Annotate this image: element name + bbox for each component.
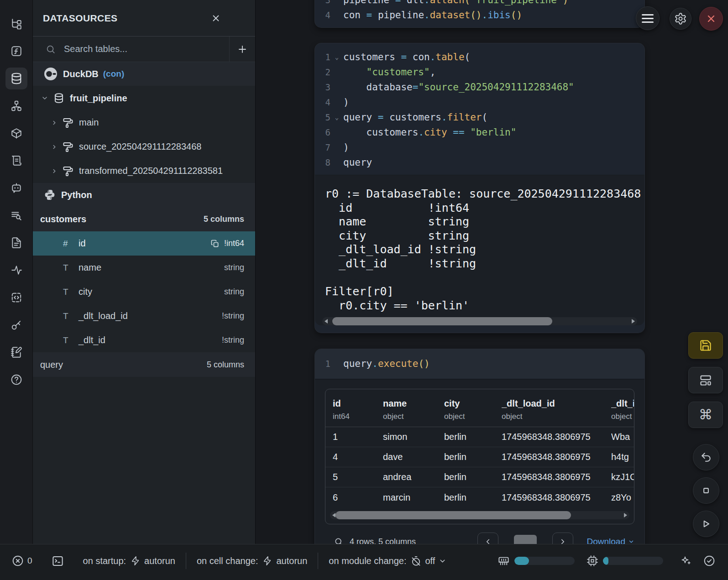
code-line[interactable]: 2 "customers", (315, 65, 644, 80)
code-token: ( (465, 52, 471, 63)
scratchpad-icon[interactable] (5, 150, 27, 172)
table-cell: berlin (444, 472, 502, 482)
code-line[interactable]: 4) (315, 95, 644, 110)
column-header[interactable]: _dlt_idobject (611, 398, 634, 421)
horizontal-scrollbar[interactable] (322, 317, 637, 325)
connection-status[interactable] (703, 555, 715, 567)
tree-item-schema-transformed[interactable]: transformed_202504291112283581 (33, 159, 255, 183)
run-button[interactable] (693, 511, 719, 537)
code-token: con (343, 10, 367, 21)
code-line[interactable]: 6 customers.city == "berlin" (315, 125, 644, 140)
fold-chevron-icon[interactable]: ⌄ (330, 110, 343, 125)
column-row-dlt-id[interactable]: T _dlt_id !string (33, 328, 255, 352)
code-cell-query[interactable]: 1⌄customers = con.table(2 "customers",3 … (315, 43, 644, 333)
notebook-pen-icon[interactable] (5, 341, 27, 363)
column-row-name[interactable]: T name string (33, 256, 255, 280)
code-line[interactable]: 5⌄query = customers.filter( (315, 110, 644, 125)
scroll-left-arrow-icon[interactable] (332, 513, 335, 517)
command-palette-button[interactable]: ⌘ (688, 402, 723, 428)
chat-bot-icon[interactable] (5, 177, 27, 199)
schema-icon (63, 141, 73, 152)
horizontal-scrollbar[interactable] (330, 511, 629, 519)
code-cell-connection[interactable]: 3pipeline = dlt.attach("fruit_pipeline")… (315, 0, 644, 27)
column-row-dlt-load-id[interactable]: T _dlt_load_id !string (33, 304, 255, 328)
text-type-icon: T (63, 311, 76, 321)
chevron-down-icon[interactable] (41, 94, 48, 102)
scroll-right-arrow-icon[interactable] (624, 513, 627, 517)
search-input[interactable]: Search tables... (33, 37, 229, 62)
terminal-button[interactable] (52, 555, 64, 567)
code-cell-execute[interactable]: 1query.execute() idint64nameobjectcityob… (315, 349, 644, 577)
code-token: () (511, 10, 522, 21)
code-text: query = customers.filter( (343, 110, 487, 125)
on-startup-setting[interactable]: on startup: autorun (83, 556, 175, 566)
on-cell-change-setting[interactable]: on cell change: autorun (197, 556, 307, 566)
dependency-graph-icon[interactable] (5, 95, 27, 117)
column-header[interactable]: cityobject (444, 398, 502, 421)
add-datasource-button[interactable] (229, 37, 255, 62)
scroll-left-arrow-icon[interactable] (325, 319, 328, 324)
scrollbar-thumb[interactable] (332, 317, 552, 325)
table-row[interactable]: 4daveberlin1745968348.3806975h4tg (325, 447, 634, 467)
help-icon[interactable] (5, 369, 27, 391)
snippets-icon[interactable] (5, 287, 27, 308)
scroll-right-arrow-icon[interactable] (632, 319, 635, 324)
tree-item-database[interactable]: fruit_pipeline (33, 86, 255, 110)
tracing-icon[interactable] (5, 259, 27, 281)
code-editor[interactable]: 1query.execute() (315, 349, 644, 379)
code-token: customers (343, 52, 401, 63)
code-editor[interactable]: 3pipeline = dlt.attach("fruit_pipeline")… (315, 0, 644, 27)
settings-button[interactable] (670, 8, 691, 30)
secrets-key-icon[interactable] (5, 314, 27, 336)
ai-assist-button[interactable] (680, 555, 691, 567)
on-module-change-setting[interactable]: on module change: off (329, 556, 446, 566)
code-line[interactable]: 4con = pipeline.dataset().ibis() (315, 8, 644, 23)
memory-usage[interactable] (498, 555, 575, 567)
fold-chevron-icon[interactable]: ⌄ (330, 50, 343, 65)
column-header[interactable]: nameobject (383, 398, 444, 421)
tree-item-schema-source[interactable]: source_202504291112283468 (33, 135, 255, 159)
datasources-icon[interactable] (5, 68, 27, 89)
line-number: 2 (321, 65, 330, 80)
code-line[interactable]: 1query.execute() (315, 356, 644, 371)
code-line[interactable]: 3 database="source_202504291112283468" (315, 80, 644, 95)
table-row[interactable]: 1simonberlin1745968348.3806975Wba (325, 427, 634, 447)
cpu-usage[interactable] (587, 555, 663, 567)
tree-item-schema-main[interactable]: main (33, 110, 255, 135)
file-tree-icon[interactable] (5, 13, 27, 35)
close-panel-icon[interactable] (211, 13, 221, 23)
code-text: ) (343, 140, 349, 155)
table-row[interactable]: 5andreaberlin1745968348.3806975kzJ1C (325, 467, 634, 487)
code-line[interactable]: 1⌄customers = con.table( (315, 50, 644, 65)
number-type-icon: # (63, 239, 76, 249)
code-line[interactable]: 3pipeline = dlt.attach("fruit_pipeline") (315, 0, 644, 8)
errors-indicator[interactable]: 0 (12, 555, 32, 567)
code-line[interactable]: 8query (315, 155, 644, 170)
copy-icon[interactable] (210, 239, 220, 248)
chevron-right-icon[interactable] (51, 120, 58, 126)
section-python[interactable]: Python (33, 183, 255, 207)
stop-button[interactable] (693, 477, 719, 504)
column-row-id[interactable]: # id !int64 (33, 231, 255, 256)
table-row[interactable]: 6marcinberlin1745968348.3806975z8Yo (325, 487, 634, 507)
function-square-icon[interactable] (5, 40, 27, 62)
save-button[interactable] (688, 332, 723, 359)
table-header-customers[interactable]: customers 5 columns (33, 207, 255, 231)
scrollbar-thumb[interactable] (335, 511, 571, 519)
column-row-city[interactable]: T city string (33, 280, 255, 304)
shutdown-button[interactable] (699, 7, 723, 31)
column-header[interactable]: _dlt_load_idobject (502, 398, 611, 421)
notebook-menu-button[interactable] (636, 6, 660, 30)
column-header[interactable]: idint64 (333, 398, 383, 421)
code-editor[interactable]: 1⌄customers = con.table(2 "customers",3 … (315, 43, 644, 175)
layout-toggle-button[interactable] (688, 367, 723, 393)
documentation-icon[interactable] (5, 232, 27, 254)
chevron-right-icon[interactable] (51, 144, 58, 150)
undo-button[interactable] (693, 444, 719, 470)
chevron-right-icon[interactable] (51, 168, 58, 174)
logs-icon[interactable] (5, 204, 27, 226)
engine-row-duckdb[interactable]: DuckDB (con) (33, 62, 255, 86)
table-header-query[interactable]: query 5 columns (33, 352, 255, 377)
packages-icon[interactable] (5, 122, 27, 144)
code-line[interactable]: 7) (315, 140, 644, 155)
